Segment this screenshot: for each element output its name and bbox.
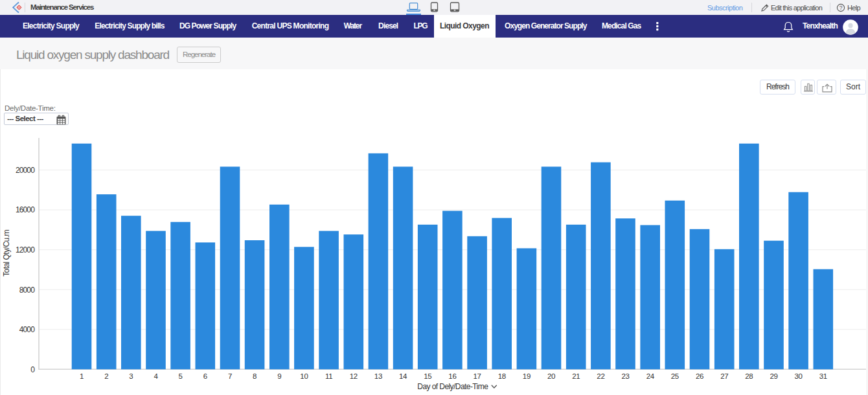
svg-text:12: 12	[350, 372, 358, 380]
svg-text:11: 11	[325, 372, 332, 380]
svg-text:20: 20	[547, 372, 555, 380]
svg-text:7: 7	[228, 372, 232, 380]
svg-text:26: 26	[696, 372, 703, 380]
svg-text:?: ?	[839, 5, 843, 11]
svg-text:6: 6	[203, 372, 207, 380]
svg-text:2: 2	[104, 372, 108, 380]
svg-text:23: 23	[621, 372, 629, 380]
svg-text:15: 15	[424, 372, 431, 380]
svg-text:4: 4	[154, 372, 158, 380]
svg-text:14: 14	[399, 372, 407, 380]
svg-text:13: 13	[374, 372, 382, 380]
svg-text:24: 24	[646, 372, 655, 380]
svg-text:16: 16	[448, 372, 456, 380]
svg-text:8000: 8000	[19, 286, 35, 295]
svg-text:16000: 16000	[16, 205, 35, 214]
svg-text:1: 1	[80, 372, 84, 380]
svg-text:20000: 20000	[16, 166, 35, 175]
svg-text:Day of Dely/Date-Time: Day of Dely/Date-Time	[417, 382, 488, 391]
svg-text:21: 21	[572, 372, 580, 380]
svg-text:8: 8	[253, 372, 257, 380]
svg-text:12000: 12000	[16, 245, 35, 254]
svg-text:27: 27	[720, 372, 728, 380]
svg-text:29: 29	[770, 372, 777, 380]
svg-text:19: 19	[523, 372, 531, 380]
svg-text:28: 28	[745, 372, 753, 380]
svg-text:18: 18	[498, 372, 506, 380]
svg-text:5: 5	[179, 372, 183, 380]
svg-text:22: 22	[597, 372, 604, 380]
svg-text:0: 0	[30, 365, 35, 374]
svg-text:31: 31	[819, 372, 827, 380]
svg-text:25: 25	[671, 372, 679, 380]
svg-text:3: 3	[129, 372, 133, 380]
svg-text:30: 30	[795, 372, 803, 380]
svg-text:9: 9	[277, 372, 281, 380]
svg-text:17: 17	[474, 372, 481, 380]
svg-text:4000: 4000	[19, 325, 35, 334]
svg-text:Total Qty/Cu.m: Total Qty/Cu.m	[2, 230, 11, 276]
svg-text:10: 10	[300, 372, 308, 380]
